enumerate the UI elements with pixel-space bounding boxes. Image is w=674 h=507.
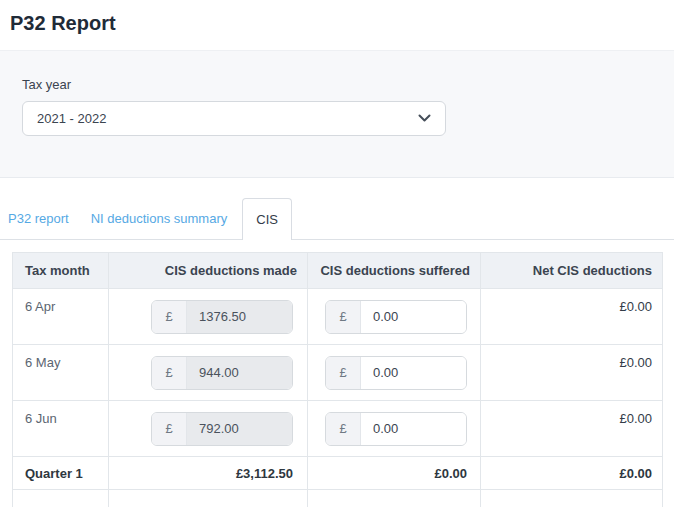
- quarter-made-total: £3,112.50: [109, 457, 308, 490]
- pound-prefix: £: [152, 413, 187, 445]
- cis-deductions-table: Tax month CIS deductions made CIS deduct…: [12, 252, 663, 507]
- net-cis-value: £0.00: [481, 289, 663, 345]
- pound-prefix: £: [326, 413, 361, 445]
- page-title: P32 Report: [0, 0, 674, 35]
- tax-year-select[interactable]: 2021 - 2022: [22, 101, 446, 136]
- pound-prefix: £: [326, 301, 361, 333]
- quarter-label: Quarter 1: [13, 457, 109, 490]
- pound-prefix: £: [326, 357, 361, 389]
- header-cis-deductions-made: CIS deductions made: [109, 253, 308, 289]
- cis-suffered-input-group: £: [325, 412, 467, 446]
- pound-prefix: £: [152, 301, 187, 333]
- table-row-clipped: [13, 490, 663, 507]
- cis-suffered-input[interactable]: [361, 413, 466, 445]
- quarter-summary-row: Quarter 1 £3,112.50 £0.00 £0.00: [13, 457, 663, 490]
- tab-cis[interactable]: CIS: [242, 198, 292, 240]
- net-cis-value: £0.00: [481, 345, 663, 401]
- chevron-down-icon: [418, 114, 431, 123]
- cis-made-value: 792.00: [187, 413, 292, 445]
- cis-made-input-disabled: £ 944.00: [151, 356, 293, 390]
- report-tabs: P32 report NI deductions summary CIS: [0, 198, 674, 240]
- table-header-row: Tax month CIS deductions made CIS deduct…: [13, 253, 663, 289]
- table-row: 6 May £ 944.00 £ £0.00: [13, 345, 663, 401]
- quarter-suffered-total: £0.00: [308, 457, 481, 490]
- tax-month-label: 6 Apr: [13, 289, 109, 345]
- header-cis-deductions-suffered: CIS deductions suffered: [308, 253, 481, 289]
- tab-p32-report[interactable]: P32 report: [0, 198, 80, 239]
- cis-suffered-input[interactable]: [361, 357, 466, 389]
- pound-prefix: £: [152, 357, 187, 389]
- cis-made-input-disabled: £ 1376.50: [151, 300, 293, 334]
- table-row: 6 Jun £ 792.00 £ £0.00: [13, 401, 663, 457]
- cis-made-value: 944.00: [187, 357, 292, 389]
- net-cis-value: £0.00: [481, 401, 663, 457]
- cis-suffered-input-group: £: [325, 356, 467, 390]
- tax-month-label: 6 May: [13, 345, 109, 401]
- header-net-cis-deductions: Net CIS deductions: [481, 253, 663, 289]
- cis-made-value: 1376.50: [187, 301, 292, 333]
- tax-year-panel: Tax year 2021 - 2022: [0, 50, 674, 178]
- cis-suffered-input-group: £: [325, 300, 467, 334]
- tax-year-label: Tax year: [22, 77, 674, 92]
- table-row: 6 Apr £ 1376.50 £ £0.00: [13, 289, 663, 345]
- tab-ni-deductions-summary[interactable]: NI deductions summary: [80, 198, 239, 239]
- tax-month-label: 6 Jun: [13, 401, 109, 457]
- tax-year-selected-value: 2021 - 2022: [37, 111, 106, 126]
- quarter-net-total: £0.00: [481, 457, 663, 490]
- header-tax-month: Tax month: [13, 253, 109, 289]
- cis-suffered-input[interactable]: [361, 301, 466, 333]
- cis-made-input-disabled: £ 792.00: [151, 412, 293, 446]
